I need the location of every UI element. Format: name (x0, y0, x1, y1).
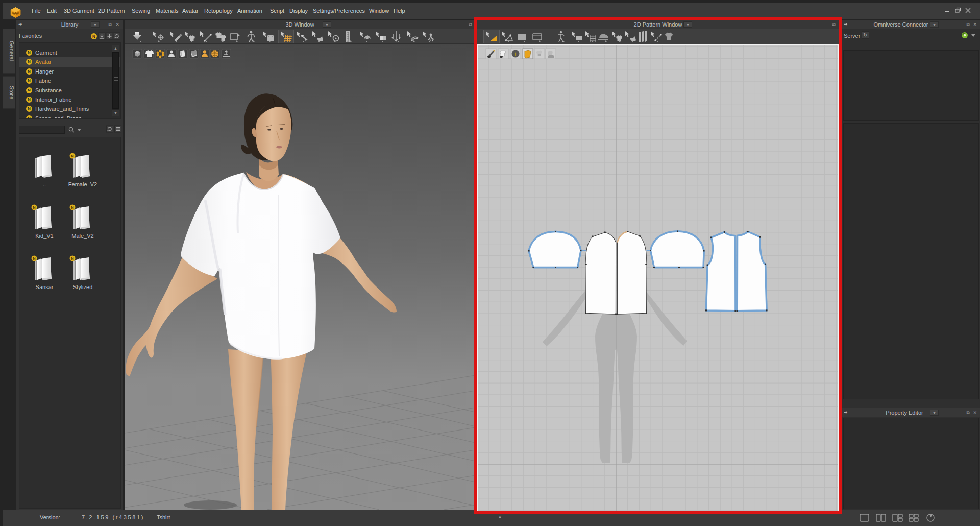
svg-text:N: N (92, 34, 95, 39)
svg-text:i: i (515, 51, 517, 57)
